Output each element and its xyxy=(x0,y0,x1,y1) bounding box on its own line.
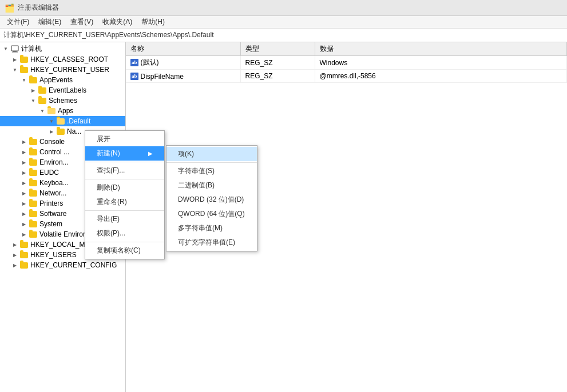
expand-icon-eventlabels xyxy=(29,86,38,95)
app-icon: 🗂️ xyxy=(5,3,14,13)
folder-icon-volatile xyxy=(29,230,38,239)
tree-label-network: Networ... xyxy=(39,189,66,197)
computer-folder-icon xyxy=(10,45,19,54)
tree-label-control: Control ... xyxy=(39,148,69,156)
tree-item-eventlabels[interactable]: EventLabels xyxy=(0,85,125,95)
folder-icon-system xyxy=(29,219,38,229)
ctx-new-arrow: ▶ xyxy=(148,150,153,157)
context-menu: 展开 新建(N) ▶ 查找(F)... 删除(D) 重命名(R) 导出(E) 权… xyxy=(85,130,165,259)
folder-icon-default xyxy=(56,117,65,126)
expand-icon-eudc xyxy=(19,168,29,177)
tree-label-na: Na... xyxy=(67,127,81,135)
expand-icon-system xyxy=(19,219,29,229)
menu-help[interactable]: 帮助(H) xyxy=(137,16,169,28)
tree-item-appevents[interactable]: AppEvents xyxy=(0,75,125,85)
ctx-rename[interactable]: 重命名(R) xyxy=(85,195,164,209)
tree-item-apps[interactable]: Apps xyxy=(0,106,125,116)
cell-type-0: REG_SZ xyxy=(240,56,315,70)
tree-item-hkcu[interactable]: HKEY_CURRENT_USER xyxy=(0,65,125,75)
folder-icon-hklm xyxy=(19,240,29,249)
folder-icon-console xyxy=(29,137,38,146)
table-row[interactable]: ab DispFileName REG_SZ @mmres.dll,-5856 xyxy=(126,70,567,83)
sub-item-binary[interactable]: 二进制值(B) xyxy=(166,178,257,193)
tree-label-eudc: EUDC xyxy=(39,169,59,177)
ctx-new-label: 新建(N) xyxy=(97,149,120,158)
tree-item-computer[interactable]: 计算机 xyxy=(0,43,125,54)
svg-rect-1 xyxy=(13,51,17,52)
folder-icon-hku xyxy=(19,250,29,259)
folder-icon-schemes xyxy=(38,96,47,105)
tree-label-keyboard: Keyboa... xyxy=(39,179,69,187)
ctx-permissions[interactable]: 权限(P)... xyxy=(85,226,164,241)
expand-icon-hkcc xyxy=(10,261,19,270)
folder-icon-eudc xyxy=(29,168,38,177)
folder-icon-apps xyxy=(47,106,56,115)
cell-name-label-1: DispFileName xyxy=(141,73,184,81)
expand-icon-hku xyxy=(10,250,19,259)
folder-icon-printers xyxy=(29,199,38,208)
expand-icon-network xyxy=(19,189,29,198)
sub-item-dword[interactable]: DWORD (32 位)值(D) xyxy=(166,193,257,207)
menu-favorites[interactable]: 收藏夹(A) xyxy=(98,16,137,28)
tree-item-default[interactable]: .Default xyxy=(0,116,125,126)
tree-label-schemes: Schemes xyxy=(49,97,77,105)
expand-icon-appevents xyxy=(19,75,29,85)
folder-icon-hkcu xyxy=(19,65,29,74)
cell-name-1: ab DispFileName xyxy=(126,70,240,83)
sub-sep xyxy=(166,162,257,163)
ctx-sep1 xyxy=(85,162,164,162)
tree-label-appevents: AppEvents xyxy=(39,76,73,84)
col-data: 数据 xyxy=(315,42,567,56)
tree-item-hkcr[interactable]: HKEY_CLASSES_ROOT xyxy=(0,54,125,65)
ctx-expand[interactable]: 展开 xyxy=(85,132,164,146)
ctx-find[interactable]: 查找(F)... xyxy=(85,163,164,178)
expand-icon-printers xyxy=(19,199,29,208)
ab-badge-0: ab xyxy=(130,59,138,66)
ctx-sep2 xyxy=(85,179,164,179)
folder-icon-environment xyxy=(29,158,38,167)
expand-icon-keyboard xyxy=(19,178,29,187)
ctx-export[interactable]: 导出(E) xyxy=(85,212,164,226)
menu-file[interactable]: 文件(F) xyxy=(2,16,34,28)
tree-item-hkcc[interactable]: HKEY_CURRENT_CONFIG xyxy=(0,260,125,270)
expand-icon-control xyxy=(19,147,29,157)
folder-icon-appevents xyxy=(29,75,38,85)
reg-icon-1: ab DispFileName xyxy=(130,73,184,81)
svg-rect-0 xyxy=(11,46,18,51)
ctx-copy-name[interactable]: 复制项名称(C) xyxy=(85,243,164,258)
cell-name-label-0: (默认) xyxy=(141,58,159,67)
folder-icon-eventlabels xyxy=(38,86,47,95)
app-window: 🗂️ 注册表编辑器 文件(F) 编辑(E) 查看(V) 收藏夹(A) 帮助(H)… xyxy=(0,0,567,392)
tree-label-hkcc: HKEY_CURRENT_CONFIG xyxy=(30,261,117,269)
expand-icon-environment xyxy=(19,158,29,167)
expand-icon-console xyxy=(19,137,29,146)
title-bar: 🗂️ 注册表编辑器 xyxy=(0,0,567,16)
sub-menu: 项(K) 字符串值(S) 二进制值(B) DWORD (32 位)值(D) QW… xyxy=(166,145,257,251)
svg-rect-2 xyxy=(12,52,18,53)
table-row[interactable]: ab (默认) REG_SZ Windows xyxy=(126,56,567,70)
expand-icon-software xyxy=(19,209,29,218)
window-title: 注册表编辑器 xyxy=(18,3,59,13)
sub-item-qword[interactable]: QWORD (64 位)值(Q) xyxy=(166,207,257,221)
menu-view[interactable]: 查看(V) xyxy=(66,16,98,28)
tree-label-default: .Default xyxy=(67,117,90,125)
ab-badge-1: ab xyxy=(130,73,138,80)
ctx-new[interactable]: 新建(N) ▶ xyxy=(85,146,164,161)
menu-edit[interactable]: 编辑(E) xyxy=(34,16,66,28)
tree-label-environment: Environ... xyxy=(39,158,69,166)
cell-type-1: REG_SZ xyxy=(240,70,315,83)
tree-label-console: Console xyxy=(39,138,65,146)
ctx-delete[interactable]: 删除(D) xyxy=(85,181,164,195)
folder-icon-software xyxy=(29,209,38,218)
sub-item-expandstring[interactable]: 可扩充字符串值(E) xyxy=(166,235,257,250)
tree-label-printers: Printers xyxy=(39,199,63,207)
ctx-sep4 xyxy=(85,242,164,242)
menu-bar: 文件(F) 编辑(E) 查看(V) 收藏夹(A) 帮助(H) xyxy=(0,16,567,29)
tree-item-schemes[interactable]: Schemes xyxy=(0,95,125,106)
sub-item-multistring[interactable]: 多字符串值(M) xyxy=(166,221,257,235)
sub-item-key[interactable]: 项(K) xyxy=(166,147,257,161)
expand-icon-computer xyxy=(1,45,10,54)
tree-label-hkcu: HKEY_CURRENT_USER xyxy=(30,66,109,74)
expand-icon-hkcr xyxy=(10,55,19,64)
sub-item-string[interactable]: 字符串值(S) xyxy=(166,164,257,178)
